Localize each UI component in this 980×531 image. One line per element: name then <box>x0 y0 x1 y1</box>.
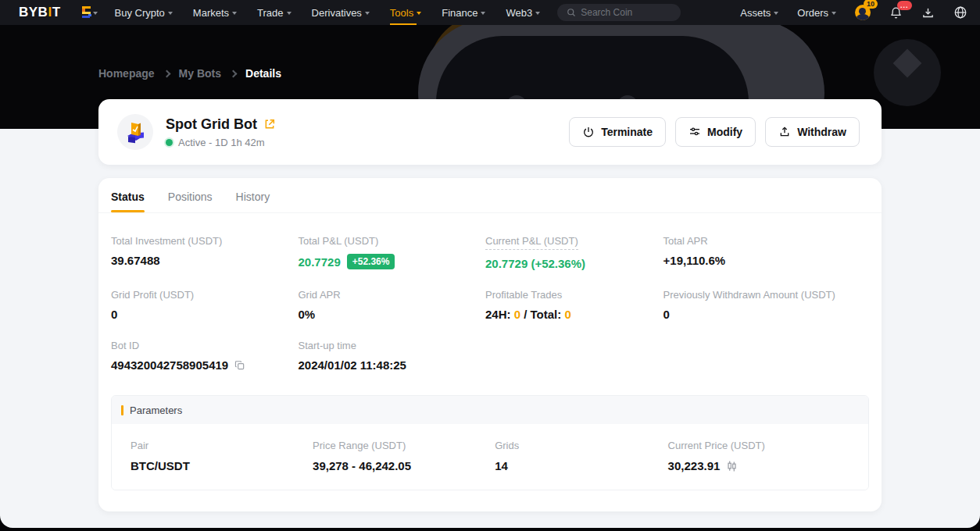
upload-icon <box>778 126 791 138</box>
caret-down-icon <box>417 12 421 15</box>
stat-value: 20.7729 +52.36% <box>299 254 486 269</box>
parameters-title: Parameters <box>130 404 182 416</box>
stat-label: Start-up time <box>299 340 356 351</box>
withdraw-label: Withdraw <box>797 126 846 138</box>
accent-bar <box>121 405 123 415</box>
terminate-button[interactable]: Terminate <box>569 117 666 147</box>
trades-separator: / Total: <box>520 308 564 321</box>
chevron-right-icon <box>163 70 170 78</box>
breadcrumb-details: Details <box>245 67 281 80</box>
stat-value: 0 <box>111 308 299 321</box>
nav-item-assets[interactable]: Assets <box>740 0 778 25</box>
param-price-range: Price Range (USDT) 39,278 - 46,242.05 <box>313 438 495 472</box>
nav-item-label: Orders <box>797 7 828 19</box>
param-value: 14 <box>495 459 667 472</box>
detail-tabs: Status Positions History <box>98 178 882 213</box>
bot-header-card: Spot Grid Bot Active - 1D 1h 42m Termina… <box>98 99 882 165</box>
nav-item-label: Trade <box>257 7 283 19</box>
user-avatar-button[interactable]: 10 <box>855 5 871 20</box>
stat-value: 20.7729 (+52.36%) <box>485 257 663 270</box>
stat-label-tooltip[interactable]: Current P&L (USDT) <box>485 235 578 250</box>
stat-empty <box>663 338 869 372</box>
trades-total-value: 0 <box>564 308 570 321</box>
param-label: Current Price (USDT) <box>668 440 765 451</box>
stat-current-pnl: Current P&L (USDT) 20.7729 (+52.36%) <box>485 233 663 270</box>
caret-down-icon <box>832 12 836 15</box>
modify-label: Modify <box>707 126 742 138</box>
stat-bot-id: Bot ID 494320042758905419 <box>111 338 299 372</box>
external-link-icon[interactable] <box>263 118 276 130</box>
stat-label: Grid Profit (USDT) <box>111 289 194 301</box>
power-icon <box>582 126 595 138</box>
download-icon <box>921 6 935 20</box>
nav-item-label: Tools <box>390 7 413 19</box>
avatar-badge: 10 <box>864 0 878 9</box>
withdraw-button[interactable]: Withdraw <box>765 117 860 147</box>
copy-icon[interactable] <box>234 360 245 371</box>
stat-label: Previously Withdrawn Amount (USDT) <box>663 289 835 301</box>
trades-text: 24H: 0 / Total: 0 <box>485 308 571 321</box>
stat-value: 2024/01/02 11:48:25 <box>299 358 486 372</box>
grid-bot-logo <box>117 114 153 150</box>
breadcrumb-my-bots[interactable]: My Bots <box>179 67 221 80</box>
bybit-logo[interactable]: BYBIT <box>19 5 61 20</box>
candlestick-chart-icon[interactable] <box>726 460 738 472</box>
breadcrumb-homepage[interactable]: Homepage <box>98 67 155 80</box>
trades-24h-value: 0 <box>514 308 520 321</box>
caret-down-icon <box>168 12 173 15</box>
nav-item-label: Assets <box>740 7 771 19</box>
current-price-value: 30,223.91 <box>668 459 721 472</box>
modify-button[interactable]: Modify <box>675 117 756 147</box>
caret-down-icon <box>232 12 237 15</box>
logo-text-end: T <box>52 5 61 20</box>
nav-item-markets[interactable]: Markets <box>193 0 237 25</box>
stat-value: 39.67488 <box>111 254 299 267</box>
nav-item-tools[interactable]: Tools <box>390 0 421 25</box>
stat-total-pnl: Total P&L (USDT) 20.7729 +52.36% <box>299 233 486 270</box>
stat-total-investment: Total Investment (USDT) 39.67488 <box>111 233 299 270</box>
bottom-dark-strip <box>0 528 980 531</box>
download-app-button[interactable] <box>921 6 935 20</box>
breadcrumb: Homepage My Bots Details <box>98 67 281 80</box>
nav-item-orders[interactable]: Orders <box>797 0 836 25</box>
search-input[interactable] <box>581 7 667 18</box>
stat-withdrawn-amount: Previously Withdrawn Amount (USDT) 0 <box>663 287 869 321</box>
anniversary-5-menu[interactable] <box>81 6 98 19</box>
stat-value: 24H: 0 / Total: 0 <box>485 308 663 321</box>
nav-item-web3[interactable]: Web3 <box>506 0 540 25</box>
eth-coin-illustration <box>874 39 941 106</box>
logo-text: BYB <box>19 5 48 20</box>
language-button[interactable] <box>953 5 967 20</box>
stat-total-apr: Total APR +19,110.6% <box>663 233 869 270</box>
tab-history[interactable]: History <box>236 191 270 212</box>
stat-label: Total Investment (USDT) <box>111 235 222 247</box>
coin-search[interactable] <box>557 4 681 21</box>
nav-item-buy-crypto[interactable]: Buy Crypto <box>115 0 173 25</box>
param-label: Pair <box>131 440 148 451</box>
nav-item-label: Buy Crypto <box>115 7 165 19</box>
tab-positions[interactable]: Positions <box>168 191 213 212</box>
tab-status[interactable]: Status <box>111 191 145 212</box>
notifications-button[interactable]: ... <box>889 6 903 20</box>
param-label: Price Range (USDT) <box>313 440 406 451</box>
nav-item-finance[interactable]: Finance <box>442 0 485 25</box>
nav-item-label: Markets <box>193 7 229 19</box>
param-grids: Grids 14 <box>495 438 667 472</box>
bot-status: Active - 1D 1h 42m <box>166 137 276 148</box>
bot-id-value: 494320042758905419 <box>111 358 228 372</box>
trades-24h-prefix: 24H: <box>485 308 514 321</box>
param-value: 39,278 - 46,242.05 <box>313 459 495 472</box>
bot-action-buttons: Terminate Modify Withdraw <box>569 117 860 147</box>
stat-label: Total APR <box>663 235 708 247</box>
stat-label: Bot ID <box>111 340 139 351</box>
stats-grid: Total Investment (USDT) 39.67488 Total P… <box>98 213 882 389</box>
stat-grid-profit: Grid Profit (USDT) 0 <box>111 287 299 321</box>
grid-bot-logo-icon <box>117 114 153 150</box>
caret-down-icon <box>365 12 370 15</box>
terminate-label: Terminate <box>601 126 653 138</box>
parameters-section: Parameters Pair BTC/USDT Price Range (US… <box>111 395 869 490</box>
nav-item-derivatives[interactable]: Derivatives <box>312 0 370 25</box>
nav-item-trade[interactable]: Trade <box>257 0 291 25</box>
bot-detail-card: Status Positions History Total Investmen… <box>98 178 882 511</box>
search-icon <box>567 8 576 17</box>
